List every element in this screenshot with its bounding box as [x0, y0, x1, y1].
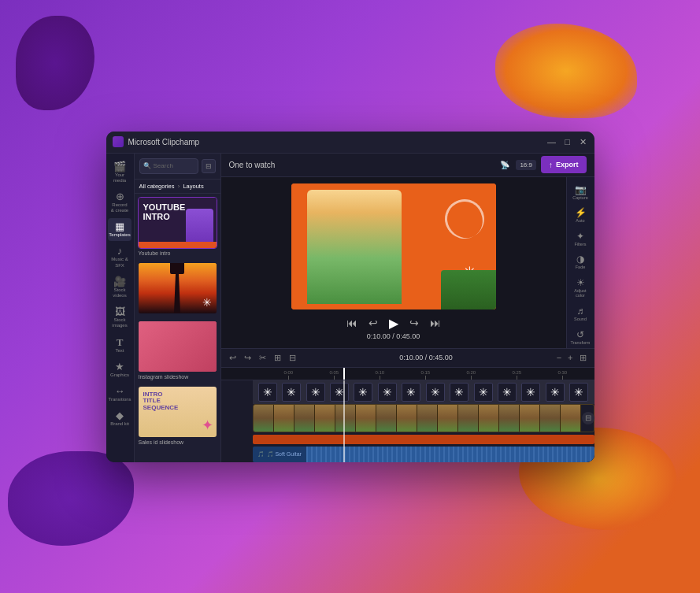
ruler-mark-5: 0:05	[330, 370, 339, 380]
right-nav-filters[interactable]: ✦ Filters	[569, 228, 592, 250]
sidebar-item-transitions[interactable]: ↔ Transitions	[108, 383, 131, 406]
sidebar-item-your-media[interactable]: 🎬 Yourmedia	[108, 158, 131, 187]
undo-button[interactable]: ↩	[228, 352, 238, 364]
window-controls: — □ ✕	[547, 137, 588, 146]
sidebar-item-text[interactable]: T Text	[108, 334, 131, 357]
maximize-button[interactable]: □	[563, 137, 572, 146]
effects-track: ✳ ✳ ✳ ✳ ✳ ✳ ✳ ✳ ✳ ✳ ✳ ✳	[221, 380, 594, 404]
expand-button[interactable]: ⊞	[578, 352, 588, 364]
preview-and-sidebar: ✳ ⏮ ↩ ▶ ↪ ⏭ 0:10.00 /	[221, 177, 594, 348]
snowflake-10: ✳	[474, 383, 493, 402]
transform-label: Transform	[571, 340, 591, 346]
skip-back-button[interactable]: ⏮	[345, 315, 359, 331]
tl-time-total: 0:45.00	[429, 354, 453, 361]
ruler-mark-15: 0:15	[421, 370, 431, 380]
ruler-mark-25: 0:25	[513, 370, 522, 380]
snowflake-5: ✳	[354, 383, 372, 402]
sidebar-item-brand-kit[interactable]: ◆ Brand kit	[108, 407, 131, 430]
sidebar-item-record-create[interactable]: ⊕ Record& create	[108, 188, 131, 217]
accent-track-content	[253, 432, 594, 447]
template-thumb-giraffe: ✳	[138, 262, 217, 314]
vf-5	[335, 405, 356, 432]
breadcrumb-base: All categories	[139, 183, 175, 190]
sidebar-item-graphics[interactable]: ★ Graphics	[108, 358, 131, 381]
vf-11	[458, 405, 479, 432]
right-nav-sound[interactable]: ♬ Sound	[569, 303, 592, 325]
audio-track-content: 🎵 🎵 Soft Guitar	[253, 447, 594, 462]
timeline-area: ↩ ↪ ✂ ⊞ ⊟ 0:10.00 / 0:45.00 − + ⊞	[221, 348, 594, 462]
skip-forward-button[interactable]: ⏭	[428, 315, 443, 331]
text-icon: T	[117, 337, 124, 347]
redo-button[interactable]: ↪	[243, 352, 253, 364]
sidebar-item-templates[interactable]: ▦ Templates	[108, 218, 131, 241]
search-input[interactable]: 🔍 Search	[139, 158, 198, 174]
zoom-out-button[interactable]: −	[555, 352, 563, 363]
sidebar-label-templates: Templates	[109, 232, 130, 238]
zoom-in-button[interactable]: +	[566, 352, 574, 363]
capture-icon: 📷	[575, 185, 587, 195]
snowflake-8: ✳	[426, 383, 445, 402]
search-area: 🔍 Search ⊟	[135, 154, 220, 180]
stock-video-icon: 🎥	[113, 276, 126, 287]
sidebar-label-stock-images: Stockimages	[112, 317, 127, 328]
accent-track-row	[221, 432, 594, 447]
giraffe-head	[170, 262, 184, 274]
sidebar-label-stock-video: Stockvideos	[113, 287, 126, 298]
timeline-ruler: 0:00 0:05 0:10 0:15	[221, 368, 594, 380]
accent-strip	[253, 435, 594, 444]
sidebar-item-stock-images[interactable]: 🖼 Stockimages	[108, 303, 131, 332]
preview-area: ✳ ⏮ ↩ ▶ ↪ ⏭ 0:10.00 /	[221, 177, 566, 348]
close-button[interactable]: ✕	[579, 137, 588, 146]
sales-thumb-bg: INTROTITLESEQUENCE ✦	[139, 387, 217, 437]
right-nav-fade[interactable]: ◑ Fade	[569, 251, 592, 273]
fast-forward-button[interactable]: ↪	[408, 315, 420, 331]
fade-icon: ◑	[576, 254, 584, 264]
snowflake-6: ✳	[378, 383, 397, 402]
template-item-youtube-intro[interactable]: YOUTUBEINTRO Youtube intro	[138, 197, 217, 256]
snowflake-strip: ✳ ✳ ✳ ✳ ✳ ✳ ✳ ✳ ✳ ✳ ✳ ✳	[253, 380, 594, 404]
vf-6	[356, 405, 376, 432]
template-thumb-youtube-intro: YOUTUBEINTRO	[138, 197, 217, 249]
video-track: ⊟	[221, 404, 594, 432]
vf-15	[540, 405, 561, 432]
template-item-sales-slideshow[interactable]: INTROTITLESEQUENCE ✦ Sales id slideshow	[138, 386, 217, 445]
templates-panel: 🔍 Search ⊟ All categories › Layouts YOUT…	[135, 154, 221, 462]
sidebar-item-music-sfx[interactable]: ♪ Music &SFX	[108, 243, 131, 271]
template-item-giraffe[interactable]: ✳	[138, 262, 217, 314]
sidebar-label-graphics: Graphics	[110, 372, 129, 378]
snowflake-1: ✳	[258, 383, 277, 402]
right-nav-auto[interactable]: ⚡ Auto	[569, 205, 592, 227]
right-nav-adjust-color[interactable]: ☀ Adjustcolor	[569, 275, 592, 302]
giraffe-thumb-bg: ✳	[139, 263, 217, 313]
template-thumb-sales: INTROTITLESEQUENCE ✦	[138, 386, 217, 438]
playhead-ruler	[343, 368, 345, 380]
sidebar-label-music-sfx: Music &SFX	[111, 257, 128, 268]
timeline-timecode: 0:10.00 / 0:45.00	[302, 354, 550, 361]
vf-7	[376, 405, 397, 432]
cut-button[interactable]: ✂	[257, 352, 268, 364]
editor-area: One to watch 📡 16:9 Export	[221, 154, 594, 462]
sidebar-item-stock-video[interactable]: 🎥 Stockvideos	[108, 273, 131, 302]
copy-button[interactable]: ⊞	[272, 352, 283, 364]
template-item-instagram-slideshow[interactable]: QUICK SLIDESHOW Instagram slideshow	[138, 321, 217, 380]
auto-label: Auto	[576, 218, 584, 224]
right-nav-transform[interactable]: ↺ Transform	[569, 327, 592, 348]
right-nav-capture[interactable]: 📷 Capture	[569, 182, 592, 204]
play-button[interactable]: ▶	[387, 314, 400, 332]
search-placeholder: Search	[154, 162, 173, 169]
video-track-content: ⊟	[253, 404, 594, 432]
export-button[interactable]: Export	[541, 156, 587, 173]
filter-button[interactable]: ⊟	[202, 159, 216, 173]
sales-thumb-title: INTROTITLESEQUENCE	[143, 391, 212, 412]
paste-button[interactable]: ⊟	[287, 352, 298, 364]
vf-10	[438, 405, 458, 432]
snowflake-3: ✳	[306, 383, 325, 402]
capture-label: Capture	[572, 195, 588, 201]
minimize-button[interactable]: —	[547, 137, 557, 146]
search-icon: 🔍	[143, 162, 151, 169]
rewind-button[interactable]: ↩	[367, 315, 380, 331]
record-create-icon: ⊕	[116, 191, 124, 202]
template-label-sales: Sales id slideshow	[138, 439, 217, 445]
timeline-toolbar: ↩ ↪ ✂ ⊞ ⊟ 0:10.00 / 0:45.00 − + ⊞	[221, 349, 594, 368]
sound-icon: ♬	[577, 306, 584, 316]
